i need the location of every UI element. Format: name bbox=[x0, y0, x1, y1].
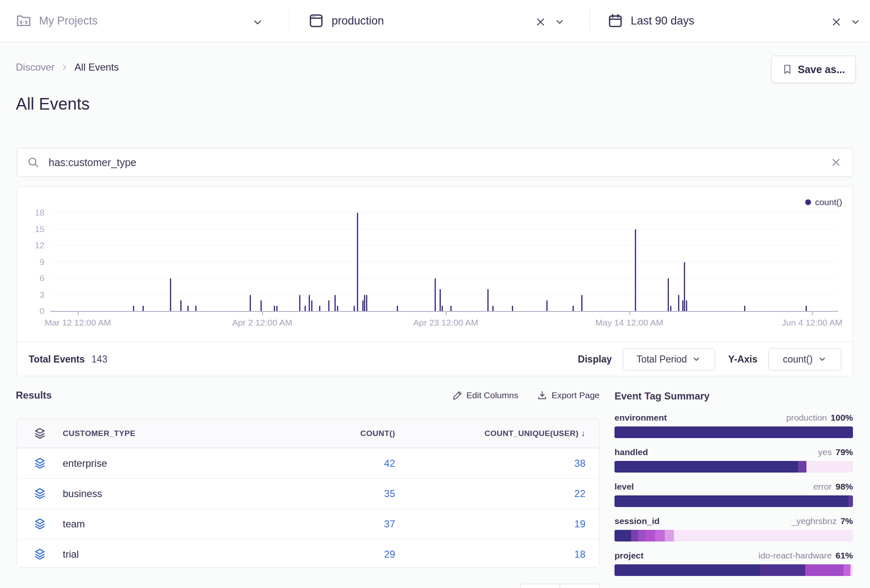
chart-bar[interactable] bbox=[397, 306, 398, 311]
results-table: CUSTOMER_TYPE COUNT() COUNT_UNIQUE(USER)… bbox=[17, 419, 600, 568]
chart-bar[interactable] bbox=[670, 306, 671, 311]
chart-bar[interactable] bbox=[362, 300, 364, 311]
search-input[interactable] bbox=[48, 156, 829, 169]
chart-bar[interactable] bbox=[573, 306, 574, 311]
chart-bar[interactable] bbox=[309, 295, 310, 311]
chart-bar[interactable] bbox=[744, 306, 745, 311]
environment-filter[interactable]: production bbox=[308, 0, 384, 42]
column-header-count-unique[interactable]: COUNT_UNIQUE(USER)↓ bbox=[410, 429, 600, 438]
chart-bar[interactable] bbox=[442, 306, 443, 311]
project-selector[interactable]: My Projects bbox=[16, 0, 98, 42]
chart-bar[interactable] bbox=[334, 295, 336, 311]
tag-distribution-bar[interactable] bbox=[614, 564, 853, 576]
daterange-chevron-down-icon[interactable] bbox=[848, 15, 863, 29]
chart-bar[interactable] bbox=[328, 300, 329, 311]
chart-bar[interactable] bbox=[133, 306, 134, 311]
chart-bar[interactable] bbox=[440, 289, 441, 311]
tag-summary-row: environmentproduction100% bbox=[614, 413, 853, 438]
chart-bar[interactable] bbox=[546, 300, 548, 311]
chart-bar[interactable] bbox=[668, 278, 669, 311]
chart-bar[interactable] bbox=[364, 295, 365, 311]
chart-bar[interactable] bbox=[319, 306, 320, 311]
column-header-customer-type[interactable]: CUSTOMER_TYPE bbox=[63, 429, 285, 438]
count-cell-link[interactable]: 29 bbox=[285, 549, 410, 560]
count-cell-link[interactable]: 42 bbox=[285, 458, 410, 469]
save-as-button[interactable]: Save as... bbox=[771, 56, 856, 83]
tag-name[interactable]: project bbox=[614, 551, 644, 561]
chart-bar[interactable] bbox=[581, 295, 582, 311]
x-axis-tick-mark bbox=[446, 312, 447, 315]
previous-page-button[interactable]: ‹ bbox=[520, 584, 560, 588]
count-cell-link[interactable]: 35 bbox=[285, 488, 410, 500]
tag-name[interactable]: handled bbox=[614, 447, 648, 457]
chart-bar[interactable] bbox=[195, 306, 197, 311]
environment-chevron-down-icon[interactable] bbox=[553, 15, 567, 29]
search-clear-icon[interactable] bbox=[829, 155, 843, 169]
table-row[interactable]: enterprise4238 bbox=[17, 448, 599, 478]
tag-distribution-bar[interactable] bbox=[614, 530, 853, 541]
chart-bar[interactable] bbox=[684, 262, 685, 311]
count-unique-cell-link[interactable]: 22 bbox=[410, 488, 600, 500]
chart-gridline bbox=[50, 245, 838, 245]
next-page-button[interactable]: › bbox=[560, 584, 600, 588]
count-cell-link[interactable]: 37 bbox=[285, 518, 410, 530]
chart-bar[interactable] bbox=[337, 306, 338, 311]
chart-bar[interactable] bbox=[487, 289, 489, 311]
environment-clear-icon[interactable] bbox=[533, 15, 548, 29]
chart-bar[interactable] bbox=[354, 306, 355, 311]
tag-distribution-bar[interactable] bbox=[614, 426, 853, 438]
tag-bar-segment bbox=[614, 461, 798, 473]
breadcrumb-discover-link[interactable]: Discover bbox=[16, 61, 54, 73]
customer-type-cell: enterprise bbox=[63, 458, 285, 469]
count-unique-cell-link[interactable]: 18 bbox=[410, 549, 600, 560]
display-dropdown[interactable]: Total Period bbox=[623, 348, 715, 370]
chart-bar[interactable] bbox=[180, 300, 182, 311]
chart-bar[interactable] bbox=[435, 278, 436, 311]
chart-bar[interactable] bbox=[261, 300, 262, 311]
daterange-clear-icon[interactable] bbox=[829, 15, 843, 29]
tag-name[interactable]: environment bbox=[614, 413, 667, 423]
tag-labels: projectido-react-hardware61% bbox=[614, 551, 853, 561]
count-unique-cell-link[interactable]: 38 bbox=[410, 458, 600, 469]
y-axis-tick-label: 6 bbox=[17, 273, 44, 283]
chart-bar[interactable] bbox=[366, 295, 367, 311]
chart-bar[interactable] bbox=[170, 278, 171, 311]
chart-bar[interactable] bbox=[686, 300, 687, 311]
chart-bar[interactable] bbox=[311, 300, 312, 311]
count-unique-cell-link[interactable]: 19 bbox=[410, 518, 600, 530]
legend-count-label: count() bbox=[815, 197, 842, 207]
chart-bar[interactable] bbox=[678, 295, 679, 311]
chart-bar[interactable] bbox=[274, 306, 275, 311]
chart-bar[interactable] bbox=[299, 295, 300, 311]
tag-name[interactable]: level bbox=[614, 482, 634, 492]
table-row[interactable]: trial2918 bbox=[17, 539, 599, 568]
chart-bar[interactable] bbox=[682, 300, 683, 311]
chart-bar[interactable] bbox=[512, 306, 513, 311]
chart-bar[interactable] bbox=[305, 306, 306, 311]
y-axis-dropdown[interactable]: count() bbox=[768, 348, 841, 370]
tag-labels: handledyes79% bbox=[614, 447, 853, 457]
tag-distribution-bar[interactable] bbox=[614, 461, 853, 473]
chart-bar[interactable] bbox=[276, 306, 278, 311]
chart-bar[interactable] bbox=[806, 306, 807, 311]
discover-page: My Projects production bbox=[0, 0, 870, 588]
chart-bar[interactable] bbox=[143, 306, 144, 311]
project-selector-chevron-down-icon[interactable] bbox=[250, 15, 265, 30]
chart-bar[interactable] bbox=[250, 295, 251, 311]
chart-bar[interactable] bbox=[492, 306, 494, 311]
daterange-filter[interactable]: Last 90 days bbox=[607, 0, 694, 42]
tag-distribution-bar[interactable] bbox=[614, 495, 853, 507]
chart-bar[interactable] bbox=[635, 229, 636, 311]
table-row[interactable]: team3719 bbox=[17, 509, 599, 539]
export-page-button[interactable]: Export Page bbox=[537, 390, 600, 400]
chart-legend: count() bbox=[805, 197, 842, 207]
chart-bar[interactable] bbox=[450, 306, 452, 311]
tag-name[interactable]: session_id bbox=[614, 516, 660, 526]
chart-bar[interactable] bbox=[357, 213, 358, 311]
chart-plot[interactable] bbox=[50, 213, 838, 312]
table-row[interactable]: business3522 bbox=[17, 478, 599, 509]
chart-bar[interactable] bbox=[187, 306, 189, 311]
edit-columns-button[interactable]: Edit Columns bbox=[452, 390, 519, 400]
page-title: All Events bbox=[16, 95, 90, 113]
column-header-count[interactable]: COUNT() bbox=[285, 429, 410, 438]
